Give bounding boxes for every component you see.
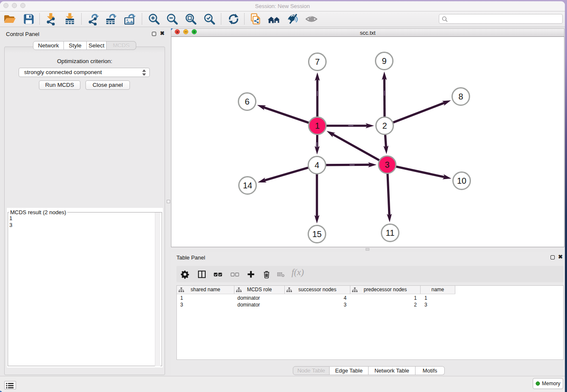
svg-text:14: 14 (243, 181, 252, 190)
svg-text:7: 7 (315, 57, 319, 66)
svg-text:3: 3 (385, 160, 389, 169)
svg-text:10: 10 (457, 176, 466, 185)
svg-text:11: 11 (386, 228, 395, 237)
svg-text:8: 8 (458, 92, 463, 101)
svg-text:4: 4 (314, 160, 319, 170)
svg-text:1: 1 (315, 121, 319, 130)
svg-text:2: 2 (382, 121, 387, 130)
svg-text:6: 6 (245, 97, 249, 106)
svg-text:9: 9 (382, 56, 386, 66)
svg-text:15: 15 (312, 229, 322, 239)
